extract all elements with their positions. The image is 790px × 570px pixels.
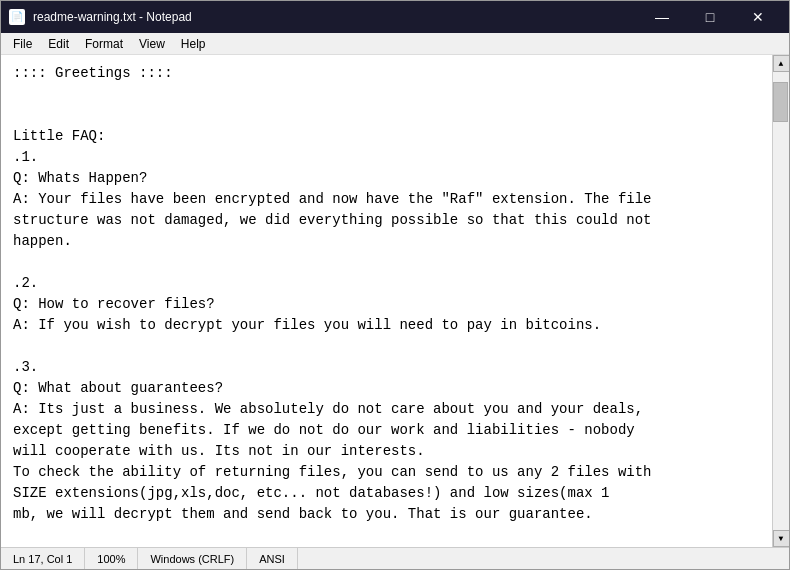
notepad-window: 📄 readme-warning.txt - Notepad — □ ✕ Fil… (0, 0, 790, 570)
cursor-position: Ln 17, Col 1 (5, 548, 85, 569)
menu-file[interactable]: File (5, 35, 40, 53)
menu-view[interactable]: View (131, 35, 173, 53)
menu-bar: File Edit Format View Help (1, 33, 789, 55)
title-bar: 📄 readme-warning.txt - Notepad — □ ✕ (1, 1, 789, 33)
menu-edit[interactable]: Edit (40, 35, 77, 53)
content-area: :::: Greetings :::: Little FAQ: .1. Q: W… (1, 55, 789, 547)
vertical-scrollbar[interactable]: ▲ ▼ (772, 55, 789, 547)
line-ending: Windows (CRLF) (138, 548, 247, 569)
scroll-thumb[interactable] (773, 82, 788, 122)
text-editor[interactable]: :::: Greetings :::: Little FAQ: .1. Q: W… (1, 55, 772, 547)
window-controls: — □ ✕ (639, 1, 781, 33)
status-bar: Ln 17, Col 1 100% Windows (CRLF) ANSI (1, 547, 789, 569)
scroll-down-button[interactable]: ▼ (773, 530, 790, 547)
zoom-level: 100% (85, 548, 138, 569)
maximize-button[interactable]: □ (687, 1, 733, 33)
window-title: readme-warning.txt - Notepad (33, 10, 192, 24)
title-bar-left: 📄 readme-warning.txt - Notepad (9, 9, 192, 25)
encoding: ANSI (247, 548, 298, 569)
app-icon: 📄 (9, 9, 25, 25)
minimize-button[interactable]: — (639, 1, 685, 33)
close-button[interactable]: ✕ (735, 1, 781, 33)
scroll-track[interactable] (773, 72, 789, 530)
menu-format[interactable]: Format (77, 35, 131, 53)
scroll-up-button[interactable]: ▲ (773, 55, 790, 72)
menu-help[interactable]: Help (173, 35, 214, 53)
